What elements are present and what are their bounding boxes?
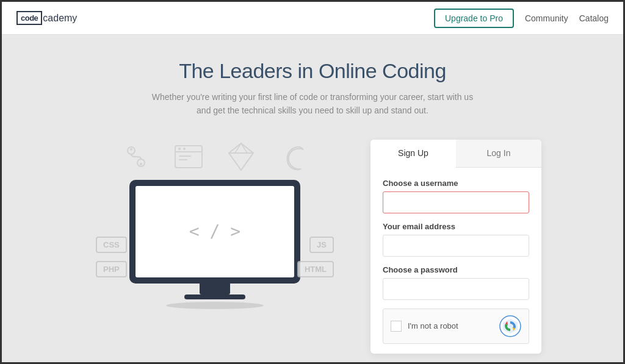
captcha-label: I'm not a robot <box>408 321 458 330</box>
form-tabs: Sign Up Log In <box>370 140 541 168</box>
monitor-shadow <box>166 302 264 309</box>
browser-icon <box>172 140 206 174</box>
password-group: Choose a password <box>383 265 529 300</box>
captcha-checkbox[interactable] <box>391 321 402 332</box>
bottom-section: CSS PHP JS HTML < / > Si <box>38 140 587 354</box>
community-link[interactable]: Community <box>525 13 568 23</box>
header: code cademy Upgrade to Pro Community Cat… <box>2 2 623 35</box>
css-tag: CSS <box>96 237 127 253</box>
logo-code-text: code <box>21 13 38 23</box>
monitor-wrap: CSS PHP JS HTML < / > <box>84 180 346 309</box>
catalog-link[interactable]: Catalog <box>579 13 609 23</box>
svg-point-6 <box>178 148 181 150</box>
code-display: < / > <box>189 221 240 241</box>
js-tag: JS <box>309 237 334 253</box>
svg-point-7 <box>183 148 186 150</box>
password-input[interactable] <box>383 278 529 300</box>
svg-rect-9 <box>179 159 187 160</box>
hero-title: The Leaders in Online Coding <box>152 59 473 83</box>
tab-login[interactable]: Log In <box>456 140 541 167</box>
main-content: The Leaders in Online Coding Whether you… <box>2 35 623 364</box>
email-label: Your email address <box>383 222 529 231</box>
monitor-base <box>184 294 245 299</box>
monitor: < / > <box>129 180 300 309</box>
html-tag: HTML <box>297 261 334 277</box>
float-icons-row <box>84 140 346 174</box>
logo-suffix: cademy <box>43 13 77 24</box>
php-tag: PHP <box>96 261 127 277</box>
svg-point-3 <box>140 163 142 165</box>
username-group: Choose a username <box>383 179 529 213</box>
tab-signup[interactable]: Sign Up <box>370 140 456 168</box>
svg-rect-8 <box>179 155 191 157</box>
monitor-stand <box>200 284 230 294</box>
hero-subtitle: Whether you're writing your first line o… <box>152 90 473 118</box>
username-label: Choose a username <box>383 179 529 188</box>
nav: Upgrade to Pro Community Catalog <box>434 9 609 28</box>
email-group: Your email address <box>383 222 529 257</box>
monitor-screen-inner: < / > <box>135 186 294 277</box>
username-input[interactable] <box>383 191 529 213</box>
illustration: CSS PHP JS HTML < / > <box>84 140 346 323</box>
logo: code cademy <box>16 11 77 25</box>
password-label: Choose a password <box>383 265 529 274</box>
upgrade-button[interactable]: Upgrade to Pro <box>434 9 514 28</box>
email-input[interactable] <box>383 235 529 257</box>
monitor-screen-outer: < / > <box>129 180 300 284</box>
captcha-left: I'm not a robot <box>391 321 458 332</box>
moon-icon <box>276 140 311 174</box>
logo-box: code <box>16 11 42 25</box>
svg-marker-10 <box>229 143 253 170</box>
svg-point-2 <box>130 148 132 151</box>
recaptcha-logo <box>499 315 521 337</box>
form-body: Choose a username Your email address Cho… <box>370 168 541 354</box>
python-icon <box>119 140 153 174</box>
hero-section: The Leaders in Online Coding Whether you… <box>152 59 473 118</box>
captcha-row: I'm not a robot <box>383 309 529 344</box>
diamond-icon <box>224 140 258 174</box>
form-panel: Sign Up Log In Choose a username Your em… <box>370 140 541 354</box>
